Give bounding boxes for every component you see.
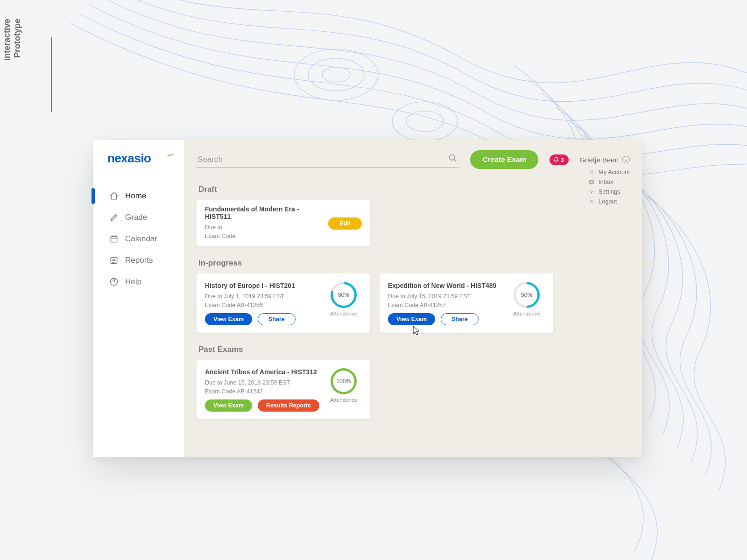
sidebar-item-label: Reports: [125, 256, 153, 265]
share-button[interactable]: Share: [258, 313, 296, 325]
user-menu-trigger[interactable]: Grietje Been ⌄: [580, 156, 630, 164]
page-label-line1: Interactive: [2, 19, 12, 61]
inprogress-card: History of Europe I - HIST201 Due to Jul…: [197, 273, 370, 333]
view-exam-button[interactable]: View Exam: [388, 313, 435, 325]
attendance-donut-icon: 80%: [331, 282, 357, 308]
logo-text: nexasio: [107, 151, 151, 165]
search-input[interactable]: [197, 152, 459, 168]
inprogress-card: Expedition of New World - HIST489 Due to…: [380, 273, 553, 333]
topbar: Create Exam 3 Grietje Been ⌄: [197, 150, 630, 169]
sidebar-item-label: Grade: [125, 213, 147, 222]
main-content: Create Exam 3 Grietje Been ⌄ My Account: [184, 140, 642, 457]
exam-title: Fundamentals of Modern Era - HIST511: [205, 205, 323, 220]
svg-rect-5: [111, 236, 117, 242]
page-label-line2: Prototype: [13, 19, 22, 58]
page-label-rule: [51, 37, 52, 112]
exam-title: History of Europe I - HIST201: [205, 282, 320, 289]
exam-due: Due to: [205, 224, 323, 231]
home-icon: [109, 191, 119, 201]
draft-card: Fundamentals of Modern Era - HIST511 Due…: [197, 200, 370, 246]
user-dropdown-label: Inbox: [599, 178, 613, 185]
sidebar-item-label: Help: [125, 277, 141, 287]
attendance-label: Attendance: [325, 397, 362, 403]
user-dropdown-logout[interactable]: Logout: [588, 196, 630, 206]
sidebar-item-home[interactable]: Home: [93, 185, 184, 207]
past-exam-card: Ancient Tribes of America - HIST312 Due …: [197, 360, 370, 419]
logo-accent-icon: ⟋: [164, 149, 176, 161]
logo: nexasio ⟋: [93, 151, 184, 185]
svg-point-11: [591, 191, 592, 192]
sidebar-nav: Home Grade Calendar Reports: [93, 185, 184, 293]
view-exam-button[interactable]: View Exam: [205, 313, 252, 325]
sidebar-item-label: Home: [125, 191, 146, 201]
user-dropdown-label: Logout: [599, 198, 617, 205]
user-dropdown-settings[interactable]: Settings: [588, 187, 630, 196]
attendance-donut-icon: 50%: [514, 282, 540, 308]
sidebar: nexasio ⟋ Home Grade Calendar: [93, 140, 184, 457]
sidebar-item-grade[interactable]: Grade: [93, 207, 184, 228]
report-icon: [109, 256, 119, 265]
attendance-widget: 50% Attendance: [508, 282, 545, 325]
exam-due: Due to July 1, 2019 23:59 EST: [205, 293, 320, 300]
search-icon[interactable]: [448, 153, 457, 164]
user-dropdown: My Account Inbox Settings Logout: [588, 167, 630, 206]
notification-badge[interactable]: 3: [550, 154, 568, 165]
sidebar-item-reports[interactable]: Reports: [93, 250, 184, 271]
exam-due: Due to June 15, 2019 23:59 EST: [205, 379, 320, 386]
close-icon: [588, 199, 595, 204]
svg-point-8: [450, 154, 455, 160]
svg-point-1: [308, 58, 364, 91]
bell-icon: [553, 157, 559, 163]
section-title-draft: Draft: [198, 185, 630, 194]
attendance-donut-icon: 100%: [331, 368, 357, 394]
exam-title: Expedition of New World - HIST489: [388, 282, 503, 289]
exam-code: Exam Code AB-41256: [205, 302, 320, 308]
exam-code: Exam Code: [205, 233, 323, 239]
user-dropdown-label: My Account: [599, 168, 630, 175]
page-label: Interactive Prototype: [9, 33, 37, 135]
section-title-past: Past Exams: [198, 345, 630, 354]
edit-button[interactable]: Edit: [328, 217, 362, 230]
view-exam-button[interactable]: View Exam: [205, 399, 252, 412]
svg-rect-10: [589, 180, 593, 183]
attendance-pct: 100%: [337, 378, 351, 385]
sidebar-item-help[interactable]: Help: [93, 271, 184, 293]
attendance-pct: 80%: [338, 292, 349, 298]
exam-code: Exam Code AB-41257: [388, 302, 503, 308]
exam-code: Exam Code AB-41242: [205, 388, 320, 395]
app-window: nexasio ⟋ Home Grade Calendar: [93, 140, 642, 457]
user-name: Grietje Been: [580, 156, 619, 164]
user-dropdown-inbox[interactable]: Inbox: [588, 177, 630, 187]
exam-due: Due to July 15, 2019 23:59 EST: [388, 293, 503, 300]
sidebar-item-calendar[interactable]: Calendar: [93, 228, 184, 250]
help-icon: [109, 277, 119, 287]
share-button[interactable]: Share: [441, 313, 479, 325]
exam-title: Ancient Tribes of America - HIST312: [205, 368, 320, 376]
results-reports-button[interactable]: Results Reports: [258, 399, 319, 412]
create-exam-button[interactable]: Create Exam: [470, 150, 538, 169]
attendance-pct: 50%: [521, 292, 532, 298]
svg-point-2: [322, 67, 350, 82]
attendance-widget: 100% Attendance: [325, 368, 362, 412]
calendar-icon: [109, 234, 119, 244]
user-icon: [588, 169, 595, 175]
notification-count: 3: [560, 156, 564, 163]
section-title-inprogress: In-progress: [198, 259, 630, 268]
svg-point-9: [591, 170, 592, 172]
user-dropdown-label: Settings: [599, 188, 620, 195]
gear-icon: [588, 189, 595, 195]
svg-point-0: [294, 49, 378, 100]
svg-point-3: [392, 102, 458, 141]
chevron-down-icon: ⌄: [622, 156, 630, 163]
attendance-label: Attendance: [325, 311, 362, 316]
sidebar-item-label: Calendar: [125, 234, 157, 244]
inbox-icon: [588, 179, 595, 185]
user-dropdown-my-account[interactable]: My Account: [588, 167, 630, 177]
attendance-widget: 80% Attendance: [325, 282, 362, 325]
pencil-icon: [109, 213, 119, 222]
attendance-label: Attendance: [508, 311, 545, 316]
search-field: [197, 152, 459, 168]
svg-point-4: [406, 111, 444, 132]
